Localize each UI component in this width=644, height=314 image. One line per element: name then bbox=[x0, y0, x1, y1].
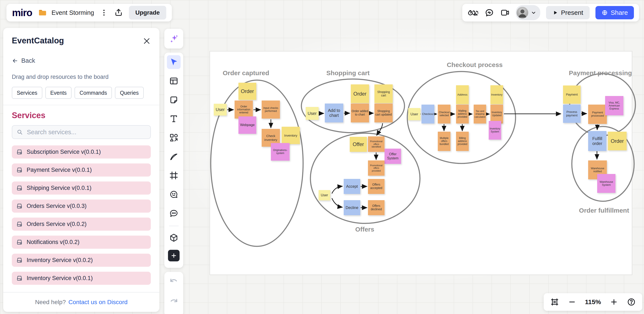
discord-link[interactable]: Contact us on Discord bbox=[68, 299, 128, 306]
service-item[interactable]: Payment Service v(0.0.1) bbox=[12, 164, 151, 176]
service-drive-icon bbox=[16, 203, 23, 210]
tab-commands[interactable]: Commands bbox=[74, 87, 112, 99]
service-item[interactable]: Orders Service v(0.0.2) bbox=[12, 218, 151, 231]
service-item[interactable]: Notifications v(0.0.2) bbox=[12, 236, 151, 249]
sticky-note[interactable]: Inventory bbox=[282, 127, 300, 144]
export-icon[interactable] bbox=[114, 8, 123, 18]
kebab-menu-icon[interactable] bbox=[100, 8, 108, 18]
history-card bbox=[164, 272, 183, 314]
undo-icon[interactable] bbox=[169, 277, 179, 287]
fit-frame-icon[interactable] bbox=[550, 298, 559, 306]
templates-icon[interactable] bbox=[167, 74, 181, 88]
upgrade-button[interactable]: Upgrade bbox=[129, 6, 166, 20]
sticky-note[interactable]: User bbox=[214, 104, 226, 116]
service-item-label: Payment Service v(0.0.1) bbox=[27, 167, 92, 173]
sticky-note[interactable]: Decline bbox=[344, 200, 360, 215]
sticky-note[interactable]: Payment processed bbox=[588, 104, 607, 124]
service-item-label: Inventory Service v(0.0.1) bbox=[27, 275, 93, 282]
divider bbox=[3, 105, 160, 105]
zoom-level[interactable]: 115% bbox=[585, 298, 601, 306]
service-drive-icon bbox=[16, 148, 23, 155]
sticky-note[interactable]: Process payment bbox=[563, 104, 581, 123]
sticky-note[interactable]: Inventory Updated bbox=[490, 104, 503, 124]
sticky-note[interactable]: Inventory bbox=[490, 85, 503, 104]
text-icon[interactable] bbox=[167, 112, 181, 126]
sticky-note[interactable]: Checkout bbox=[422, 104, 434, 124]
ai-tool-card bbox=[164, 29, 183, 48]
zoom-in-icon[interactable] bbox=[610, 298, 618, 306]
sticky-note[interactable]: Address bbox=[456, 85, 469, 104]
shapes-icon[interactable] bbox=[167, 131, 181, 144]
service-item[interactable]: Inventory Service v(0.0.2) bbox=[12, 254, 151, 267]
sticky-note[interactable]: Order added to chart bbox=[351, 104, 369, 122]
board-frame[interactable] bbox=[210, 51, 632, 275]
apps-cube-icon[interactable] bbox=[167, 231, 181, 245]
service-item[interactable]: Orders Service v(0.0.3) bbox=[12, 200, 151, 213]
sticky-note[interactable]: Offer bbox=[350, 137, 367, 152]
present-label: Present bbox=[561, 9, 583, 16]
service-item-label: Orders Service v(0.0.3) bbox=[27, 203, 86, 210]
sticky-note[interactable]: Warehouse System bbox=[597, 174, 616, 193]
search-input[interactable] bbox=[26, 128, 146, 136]
sticky-note[interactable]: Webpage bbox=[238, 116, 256, 134]
sticky-note[interactable]: Shopping cart bbox=[374, 84, 393, 103]
tab-queries[interactable]: Queries bbox=[115, 87, 144, 99]
sticky-note[interactable]: Promotional offers provided bbox=[368, 160, 384, 176]
back-button[interactable]: Back bbox=[12, 57, 35, 64]
service-drive-icon bbox=[16, 167, 23, 173]
close-icon[interactable] bbox=[142, 36, 152, 46]
tab-services[interactable]: Services bbox=[12, 87, 42, 99]
board-title[interactable]: Event Storming bbox=[52, 9, 94, 16]
footer-text: Need help? bbox=[35, 299, 66, 306]
ai-assist-icon[interactable] bbox=[167, 32, 181, 46]
share-button[interactable]: Share bbox=[596, 6, 634, 19]
sticky-note[interactable]: Order bbox=[608, 132, 626, 150]
comments-icon[interactable] bbox=[484, 8, 494, 18]
sticky-note[interactable]: Fulfill order bbox=[588, 131, 606, 151]
present-button[interactable]: Present bbox=[546, 6, 590, 19]
sticky-note[interactable]: Billing address provided bbox=[456, 132, 469, 151]
sticky-note[interactable]: Input checks performed bbox=[262, 100, 280, 118]
sticky-note[interactable]: Inventory System bbox=[489, 121, 501, 140]
sticky-note[interactable]: Payment bbox=[563, 86, 581, 104]
sticky-note[interactable]: Mailing address provided bbox=[456, 104, 469, 124]
sticky-note[interactable]: Promotional offers identified bbox=[368, 136, 384, 152]
sticky-note[interactable]: Shopping cart updated bbox=[374, 104, 393, 122]
help-icon[interactable] bbox=[627, 298, 636, 306]
sticky-note[interactable]: Add to chart bbox=[325, 104, 343, 122]
sticky-note[interactable]: Checkout selected bbox=[438, 104, 450, 124]
sticky-note[interactable]: Offers accepted bbox=[368, 179, 384, 194]
sticky-note[interactable]: Visa, MC, American Express bbox=[605, 96, 624, 115]
collab-tools-icon[interactable] bbox=[468, 8, 478, 18]
video-chat-icon[interactable] bbox=[500, 8, 510, 18]
sticky-note[interactable]: Order information entered bbox=[234, 100, 253, 118]
sticky-note[interactable]: Offers declined bbox=[368, 200, 384, 215]
frame-icon[interactable] bbox=[167, 168, 181, 182]
folder-icon bbox=[38, 8, 47, 18]
sticky-note[interactable]: Tax and shipping calculated bbox=[474, 104, 486, 124]
sticky-note[interactable]: User bbox=[306, 107, 318, 120]
sticky-note[interactable]: User bbox=[318, 190, 330, 200]
add-plus-icon[interactable] bbox=[168, 250, 180, 262]
sticky-note-icon[interactable] bbox=[167, 93, 181, 107]
account-menu[interactable] bbox=[516, 5, 540, 20]
sticky-note[interactable]: Order bbox=[238, 83, 256, 100]
sticker-icon[interactable] bbox=[167, 188, 181, 201]
redo-icon[interactable] bbox=[169, 297, 179, 307]
divider bbox=[169, 226, 178, 226]
service-item[interactable]: Shipping Service v(0.0.1) bbox=[12, 182, 151, 194]
sticky-note[interactable]: Accept bbox=[344, 179, 360, 194]
select-cursor-icon[interactable] bbox=[167, 55, 181, 69]
sticky-note[interactable]: User bbox=[408, 108, 420, 120]
tab-events[interactable]: Events bbox=[45, 87, 72, 99]
sticky-note[interactable]: Multiple offers bundled bbox=[438, 132, 450, 151]
sticky-note[interactable]: Originations-system bbox=[271, 143, 290, 161]
sticky-note[interactable]: Order bbox=[351, 84, 369, 103]
comment-icon[interactable] bbox=[167, 206, 181, 220]
sticky-note[interactable]: Offer System bbox=[384, 148, 401, 164]
pen-icon[interactable] bbox=[167, 150, 181, 164]
service-item[interactable]: Subscription Service v(0.0.1) bbox=[12, 146, 151, 158]
service-drive-icon bbox=[16, 239, 23, 246]
zoom-out-icon[interactable] bbox=[568, 298, 576, 306]
service-item[interactable]: Inventory Service v(0.0.1) bbox=[12, 272, 151, 285]
